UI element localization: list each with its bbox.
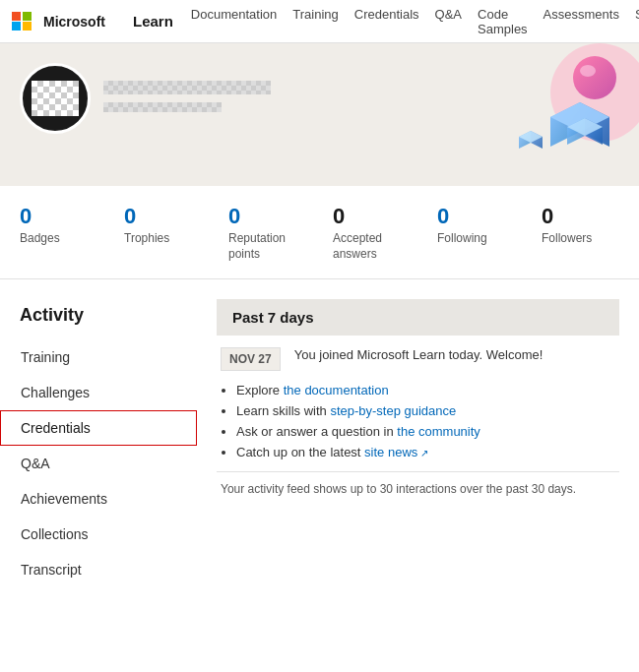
list-item: Learn skills with step-by-step guidance	[236, 403, 619, 418]
bullet-text-2: Learn skills with	[236, 403, 330, 418]
date-badge: NOV 27	[221, 347, 281, 371]
bullet-list: Explore the documentation Learn skills w…	[236, 383, 619, 459]
list-item: Explore the documentation	[236, 383, 619, 397]
stat-badges-label: Badges	[20, 231, 60, 247]
main-layout: Activity Training Challenges Credentials…	[0, 279, 639, 597]
main-content: Past 7 days NOV 27 You joined Microsoft …	[197, 289, 639, 597]
nav-code-samples[interactable]: Code Samples	[478, 7, 528, 36]
sidebar-item-transcript[interactable]: Transcript	[0, 552, 197, 587]
bullet-link-2[interactable]: step-by-step guidance	[330, 403, 456, 418]
nav-training[interactable]: Training	[292, 7, 338, 36]
banner-decoration	[472, 43, 639, 186]
sidebar-item-challenges[interactable]: Challenges	[0, 375, 197, 410]
external-icon: ↗	[417, 448, 428, 458]
stat-accepted-label: Accepted answers	[333, 231, 382, 262]
profile-name-area	[103, 81, 271, 112]
activity-date-row: NOV 27 You joined Microsoft Learn today.…	[217, 347, 619, 371]
sidebar-item-credentials[interactable]: Credentials	[0, 410, 197, 446]
nav-qa[interactable]: Q&A	[435, 7, 462, 36]
activity-period-header: Past 7 days	[217, 299, 619, 336]
profile-sub-bar	[103, 102, 222, 112]
bullet-text-3: Ask or answer a question in	[236, 424, 397, 439]
sidebar: Activity Training Challenges Credentials…	[0, 289, 197, 597]
bullet-link-1[interactable]: the documentation	[284, 383, 389, 397]
avatar	[20, 63, 91, 134]
bullet-text-4: Catch up on the latest	[236, 445, 364, 459]
stat-reputation-label: Reputation points	[228, 231, 286, 262]
stat-badges: 0 Badges	[20, 204, 89, 247]
nav-credentials[interactable]: Credentials	[354, 7, 419, 36]
stat-trophies-label: Trophies	[124, 231, 169, 247]
sidebar-item-achievements[interactable]: Achievements	[0, 481, 197, 517]
svg-point-11	[580, 65, 596, 77]
stat-accepted-value: 0	[333, 204, 345, 229]
bullet-link-3[interactable]: the community	[397, 424, 480, 439]
bullet-link-4[interactable]: site news	[364, 445, 417, 459]
nav-links: Documentation Training Credentials Q&A C…	[191, 7, 639, 36]
sidebar-item-qa[interactable]: Q&A	[0, 446, 197, 481]
stat-followers: 0 Followers	[542, 204, 610, 247]
sidebar-heading: Activity	[0, 299, 197, 339]
stats-bar: 0 Badges 0 Trophies 0 Reputation points …	[0, 186, 639, 279]
microsoft-logo[interactable]: Microsoft	[12, 12, 105, 31]
nav-documentation[interactable]: Documentation	[191, 7, 277, 36]
avatar-image	[32, 81, 79, 116]
profile-banner	[0, 43, 639, 186]
stat-reputation-value: 0	[228, 204, 240, 229]
stat-accepted: 0 Accepted answers	[333, 204, 402, 263]
svg-point-10	[573, 56, 616, 99]
top-nav: Microsoft Learn Documentation Training C…	[0, 0, 639, 43]
stat-trophies: 0 Trophies	[124, 204, 193, 247]
date-message: You joined Microsoft Learn today. Welcom…	[294, 347, 543, 362]
avatar-wrap	[20, 63, 91, 134]
stat-trophies-value: 0	[124, 204, 136, 229]
sidebar-item-training[interactable]: Training	[0, 339, 197, 375]
stat-following-label: Following	[437, 231, 487, 247]
microsoft-label: Microsoft	[43, 14, 105, 30]
learn-label: Learn	[133, 13, 173, 30]
stat-reputation: 0 Reputation points	[228, 204, 297, 263]
stat-followers-value: 0	[542, 204, 553, 229]
nav-shows[interactable]: Shows	[635, 7, 639, 36]
stat-following: 0 Following	[437, 204, 506, 247]
profile-name-bar	[103, 81, 271, 94]
stat-followers-label: Followers	[542, 231, 592, 247]
list-item: Catch up on the latest site news ↗	[236, 445, 619, 459]
list-item: Ask or answer a question in the communit…	[236, 424, 619, 439]
activity-footer: Your activity feed shows up to 30 intera…	[217, 471, 619, 496]
nav-assessments[interactable]: Assessments	[543, 7, 619, 36]
sidebar-item-collections[interactable]: Collections	[0, 517, 197, 552]
stat-following-value: 0	[437, 204, 449, 229]
bullet-text-1: Explore	[236, 383, 284, 397]
stat-badges-value: 0	[20, 204, 32, 229]
